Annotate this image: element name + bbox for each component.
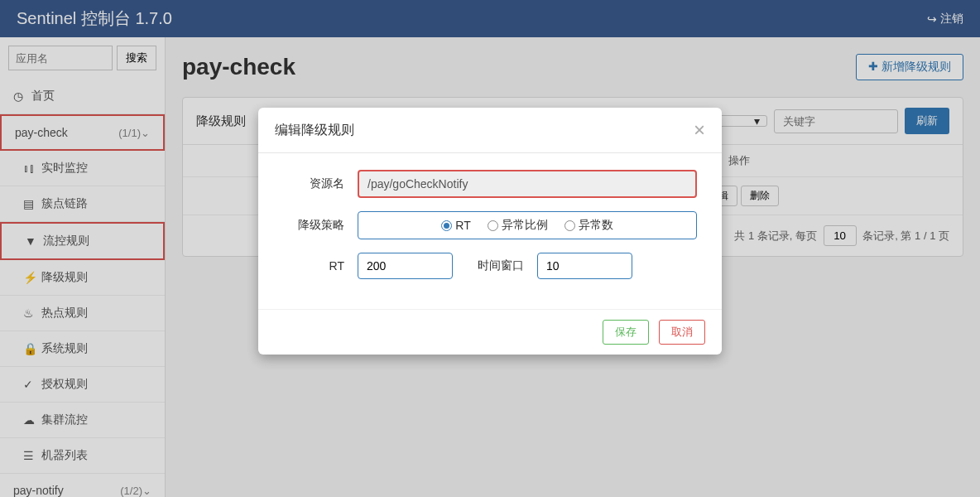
edit-rule-modal: 编辑降级规则 × 资源名 降级策略 RT 异常比例 异常数 RT 时间窗口 [258, 108, 722, 355]
rt-input[interactable] [358, 253, 453, 279]
save-button[interactable]: 保存 [603, 320, 649, 345]
cancel-button[interactable]: 取消 [659, 320, 705, 345]
window-label: 时间窗口 [466, 258, 524, 273]
radio-icon [441, 220, 452, 231]
rt-label: RT [283, 259, 358, 273]
resource-label: 资源名 [283, 176, 358, 191]
modal-overlay: 编辑降级规则 × 资源名 降级策略 RT 异常比例 异常数 RT 时间窗口 [0, 0, 980, 497]
strategy-radio-group: RT 异常比例 异常数 [358, 211, 697, 239]
close-icon[interactable]: × [694, 120, 705, 140]
strategy-label: 降级策略 [283, 218, 358, 233]
resource-input [358, 170, 697, 198]
radio-count[interactable]: 异常数 [564, 218, 613, 233]
modal-title: 编辑降级规则 [275, 122, 354, 139]
radio-icon [488, 220, 498, 231]
radio-ratio[interactable]: 异常比例 [488, 218, 548, 233]
radio-icon [564, 220, 575, 231]
window-input[interactable] [537, 253, 632, 279]
radio-rt[interactable]: RT [441, 218, 470, 233]
